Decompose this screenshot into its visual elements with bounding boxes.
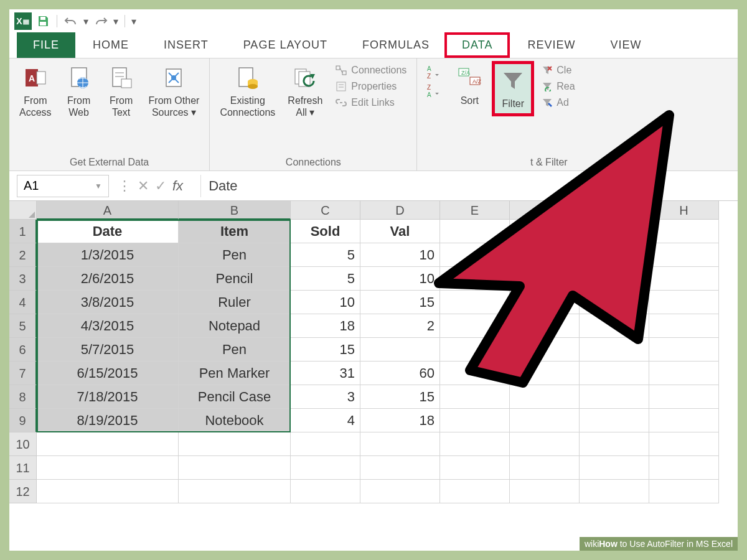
name-box[interactable]: A1 ▼ xyxy=(17,175,109,197)
tab-view[interactable]: VIEW xyxy=(593,32,659,58)
cell-G12[interactable] xyxy=(580,480,649,503)
cell-A7[interactable]: 6/15/2015 xyxy=(37,362,179,385)
redo-button[interactable] xyxy=(92,12,110,30)
cell-C3[interactable]: 5 xyxy=(291,267,360,291)
cell-H1[interactable] xyxy=(649,220,719,243)
col-header-C[interactable]: C xyxy=(291,201,360,220)
insert-function-button[interactable]: fx xyxy=(172,178,183,194)
undo-button[interactable] xyxy=(62,12,80,30)
cell-D10[interactable] xyxy=(360,432,440,456)
cell-H2[interactable] xyxy=(649,243,719,267)
cell-B4[interactable]: Ruler xyxy=(179,291,291,314)
cell-B10[interactable] xyxy=(179,432,291,456)
col-header-A[interactable]: A xyxy=(37,201,179,220)
cell-G10[interactable] xyxy=(580,432,649,456)
cell-G8[interactable] xyxy=(580,385,649,409)
cell-B8[interactable]: Pencil Case xyxy=(179,385,291,409)
tab-home[interactable]: HOME xyxy=(75,32,146,58)
cell-D6[interactable] xyxy=(360,338,440,362)
filter-button[interactable]: Filter xyxy=(492,61,534,116)
cell-E10[interactable] xyxy=(440,432,510,456)
sort-az-button[interactable]: AZ xyxy=(426,65,443,80)
enter-formula-icon[interactable]: ✓ xyxy=(155,178,166,194)
redo-dropdown[interactable]: ▾ xyxy=(112,12,120,30)
row-header-5[interactable]: 5 xyxy=(9,314,37,338)
cell-F12[interactable] xyxy=(510,480,580,503)
advanced-filter-button[interactable]: Ad xyxy=(539,96,577,110)
cell-D3[interactable]: 10 xyxy=(360,267,440,291)
cell-A11[interactable] xyxy=(37,456,179,480)
cell-C8[interactable]: 3 xyxy=(291,385,360,409)
tab-insert[interactable]: INSERT xyxy=(146,32,226,58)
cell-H6[interactable] xyxy=(649,338,719,362)
cell-H11[interactable] xyxy=(649,456,719,480)
cell-A4[interactable]: 3/8/2015 xyxy=(37,291,179,314)
cell-E8[interactable] xyxy=(440,385,510,409)
col-header-G[interactable]: G xyxy=(580,201,649,220)
cell-D8[interactable]: 15 xyxy=(360,385,440,409)
col-header-D[interactable]: D xyxy=(360,201,440,220)
cell-B3[interactable]: Pencil xyxy=(179,267,291,291)
cell-F2[interactable] xyxy=(510,243,580,267)
cell-C10[interactable] xyxy=(291,432,360,456)
cell-A3[interactable]: 2/6/2015 xyxy=(37,267,179,291)
cell-B9[interactable]: Notebook xyxy=(179,409,291,432)
cell-B5[interactable]: Notepad xyxy=(179,314,291,338)
cell-D9[interactable]: 18 xyxy=(360,409,440,432)
cell-H12[interactable] xyxy=(649,480,719,503)
cell-C11[interactable] xyxy=(291,456,360,480)
existing-connections-button[interactable]: Existing Connections xyxy=(215,61,280,122)
cell-H10[interactable] xyxy=(649,432,719,456)
cell-C7[interactable]: 31 xyxy=(291,362,360,385)
from-access-button[interactable]: A From Access xyxy=(14,61,57,122)
cell-F3[interactable] xyxy=(510,267,580,291)
cell-G7[interactable] xyxy=(580,362,649,385)
from-other-sources-button[interactable]: From Other Sources ▾ xyxy=(144,61,205,122)
cell-C4[interactable]: 10 xyxy=(291,291,360,314)
cell-E12[interactable] xyxy=(440,480,510,503)
reapply-button[interactable]: Rea xyxy=(539,80,577,93)
tab-review[interactable]: REVIEW xyxy=(510,32,593,58)
cell-H8[interactable] xyxy=(649,385,719,409)
row-header-3[interactable]: 3 xyxy=(9,267,37,291)
cell-C2[interactable]: 5 xyxy=(291,243,360,267)
cell-A8[interactable]: 7/18/2015 xyxy=(37,385,179,409)
cell-C9[interactable]: 4 xyxy=(291,409,360,432)
cell-A2[interactable]: 1/3/2015 xyxy=(37,243,179,267)
row-header-6[interactable]: 6 xyxy=(9,338,37,362)
cell-F9[interactable] xyxy=(510,409,580,432)
col-header-F[interactable]: F xyxy=(510,201,580,220)
row-header-1[interactable]: 1 xyxy=(9,220,37,243)
formula-options-icon[interactable]: ⋮ xyxy=(118,178,131,194)
sort-za-button[interactable]: ZA xyxy=(426,83,443,98)
cell-E7[interactable] xyxy=(440,362,510,385)
formula-input[interactable]: Date xyxy=(200,175,738,197)
row-header-12[interactable]: 12 xyxy=(9,480,37,503)
cell-H5[interactable] xyxy=(649,314,719,338)
from-text-button[interactable]: From Text xyxy=(101,61,141,122)
row-header-9[interactable]: 9 xyxy=(9,409,37,432)
cell-C1[interactable]: Sold xyxy=(291,220,360,243)
cell-E11[interactable] xyxy=(440,456,510,480)
refresh-all-button[interactable]: Refresh All ▾ xyxy=(283,61,327,122)
cell-B7[interactable]: Pen Marker xyxy=(179,362,291,385)
row-header-2[interactable]: 2 xyxy=(9,243,37,267)
cell-H7[interactable] xyxy=(649,362,719,385)
cell-E1[interactable] xyxy=(440,220,510,243)
properties-button[interactable]: Properties xyxy=(332,80,409,93)
tab-data[interactable]: DATA xyxy=(444,32,510,58)
select-all-corner[interactable] xyxy=(9,201,37,220)
cell-F1[interactable] xyxy=(510,220,580,243)
cell-G2[interactable] xyxy=(580,243,649,267)
cancel-formula-icon[interactable]: ✕ xyxy=(138,178,149,194)
cell-G3[interactable] xyxy=(580,267,649,291)
cell-H4[interactable] xyxy=(649,291,719,314)
cell-F7[interactable] xyxy=(510,362,580,385)
row-header-4[interactable]: 4 xyxy=(9,291,37,314)
cell-D12[interactable] xyxy=(360,480,440,503)
row-header-10[interactable]: 10 xyxy=(9,432,37,456)
cell-A5[interactable]: 4/3/2015 xyxy=(37,314,179,338)
cell-D2[interactable]: 10 xyxy=(360,243,440,267)
cell-D1[interactable]: Val xyxy=(360,220,440,243)
row-header-11[interactable]: 11 xyxy=(9,456,37,480)
